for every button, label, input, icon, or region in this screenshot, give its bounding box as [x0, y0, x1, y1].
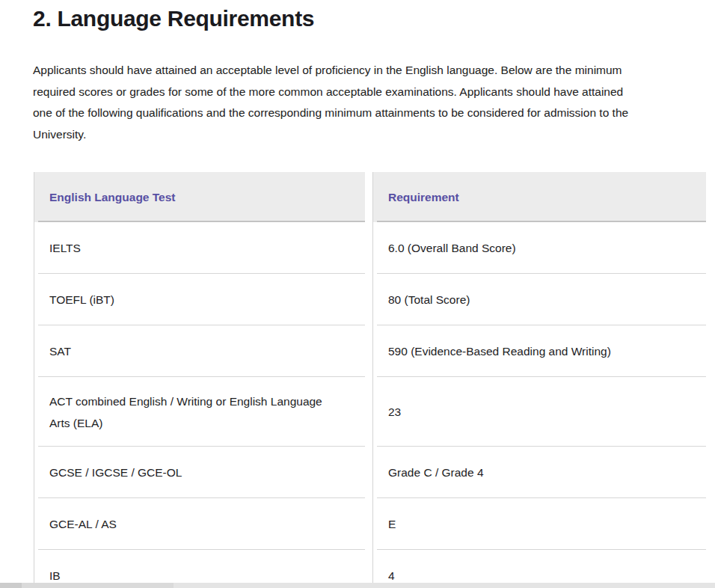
- horizontal-scrollbar[interactable]: [0, 583, 715, 588]
- intro-line-2: required scores or grades for some of th…: [33, 82, 628, 103]
- table-cell-test-gce-al: GCE-AL / AS: [34, 498, 365, 550]
- table-cell-test-act: ACT combined English / Writing or Englis…: [34, 377, 365, 447]
- intro-line-3: one of the following qualifications and …: [33, 102, 628, 124]
- column-header-requirement: Requirement: [372, 172, 706, 222]
- table-cell-requirement-gcse: Grade C / Grade 4: [372, 447, 706, 498]
- intro-line-4: University.: [33, 124, 628, 146]
- table-cell-requirement-toefl: 80 (Total Score): [372, 274, 706, 325]
- table-cell-requirement-sat: 590 (Evidence-Based Reading and Writing): [372, 325, 706, 377]
- table-cell-requirement-ielts: 6.0 (Overall Band Score): [372, 222, 706, 274]
- table-cell-test-sat: SAT: [34, 325, 365, 377]
- column-header-english-language-test: English Language Test: [34, 172, 365, 222]
- language-requirements-table: English Language Test Requirement IELTS …: [34, 172, 706, 588]
- intro-line-1: Applicants should have attained an accep…: [33, 60, 628, 82]
- table-cell-requirement-gce-al: E: [372, 498, 706, 550]
- table-cell-requirement-act: 23: [372, 377, 706, 447]
- scrollbar-segment: [0, 583, 22, 588]
- scrollbar-segment: [22, 583, 174, 588]
- table-cell-test-ielts: IELTS: [34, 222, 365, 274]
- intro-paragraph: Applicants should have attained an accep…: [33, 60, 628, 145]
- table-cell-test-gcse: GCSE / IGCSE / GCE-OL: [34, 447, 365, 498]
- table-cell-test-toefl: TOEFL (iBT): [34, 274, 365, 325]
- page-title: 2. Language Requirements: [33, 6, 314, 31]
